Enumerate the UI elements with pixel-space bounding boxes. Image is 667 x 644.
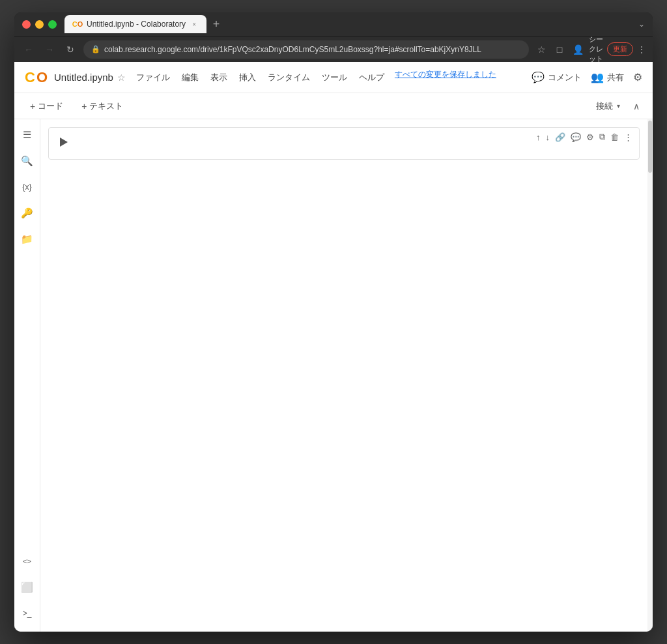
menu-edit[interactable]: 編集 bbox=[177, 69, 204, 86]
share-icon: 👥 bbox=[591, 71, 604, 83]
add-code-button[interactable]: + コード bbox=[25, 98, 68, 115]
back-button[interactable]: ← bbox=[21, 42, 36, 57]
cell-wrapper: ↑ ↓ 🔗 💬 ⚙ ⧉ 🗑 ⋮ bbox=[40, 124, 647, 162]
menu-insert[interactable]: 挿入 bbox=[234, 69, 261, 86]
save-status[interactable]: すべての変更を保存しました bbox=[395, 69, 496, 86]
title-bar-right: ⌄ bbox=[638, 20, 645, 29]
notebook-name[interactable]: Untitled.ipynb bbox=[54, 72, 113, 83]
comment-label: コメント bbox=[548, 72, 582, 83]
browser-menu-button[interactable]: ⋮ bbox=[637, 44, 646, 55]
favorite-icon[interactable]: ☆ bbox=[117, 72, 126, 83]
move-up-icon[interactable]: ↑ bbox=[535, 131, 542, 143]
code-cell[interactable]: ↑ ↓ 🔗 💬 ⚙ ⧉ 🗑 ⋮ bbox=[48, 127, 640, 160]
sidebar-item-toc[interactable]: ☰ bbox=[17, 124, 38, 145]
menu-file[interactable]: ファイル bbox=[131, 69, 175, 86]
notebook-title: Untitled.ipynb ☆ bbox=[54, 72, 126, 83]
sidebar-item-code-snippets[interactable]: <> bbox=[17, 551, 38, 572]
secret-label: シークレット bbox=[589, 35, 603, 64]
cell-toolbar: ↑ ↓ 🔗 💬 ⚙ ⧉ 🗑 ⋮ bbox=[535, 130, 634, 143]
share-button[interactable]: 👥 共有 bbox=[591, 71, 624, 83]
tab-favicon: CO bbox=[72, 19, 83, 29]
comment-icon: 💬 bbox=[532, 71, 545, 83]
tabs-area: CO Untitled.ipynb - Colaboratory × + bbox=[64, 15, 638, 33]
bookmark-icon[interactable]: ☆ bbox=[534, 44, 548, 55]
plus-code-icon: + bbox=[30, 101, 35, 111]
profile-icon[interactable]: 👤 bbox=[571, 44, 585, 55]
update-button[interactable]: 更新 bbox=[607, 42, 633, 56]
address-bar-right: ☆ □ 👤 シークレット 更新 ⋮ bbox=[534, 35, 646, 64]
connect-chevron-icon: ▾ bbox=[617, 102, 620, 110]
add-text-button[interactable]: + テキスト bbox=[76, 98, 128, 115]
tab-close-button[interactable]: × bbox=[190, 20, 199, 29]
toolbar-left: + コード + テキスト bbox=[25, 98, 128, 115]
sidebar-item-variables[interactable]: {x} bbox=[17, 177, 38, 198]
share-label: 共有 bbox=[607, 72, 624, 83]
toolbar-right: 接続 ▾ ∧ bbox=[591, 98, 642, 115]
window-menu-icon[interactable]: ⌄ bbox=[638, 20, 645, 29]
comment-cell-icon[interactable]: 💬 bbox=[569, 131, 582, 143]
more-options-icon[interactable]: ⋮ bbox=[623, 131, 634, 143]
address-bar: ← → ↻ 🔒 colab.research.google.com/drive/… bbox=[14, 36, 653, 62]
main-content: ☰ 🔍 {x} 🔑 📁 <> ⬜ >_ ↑ ↓ bbox=[14, 119, 653, 632]
menu-runtime[interactable]: ランタイム bbox=[263, 69, 315, 86]
add-text-label: テキスト bbox=[89, 100, 123, 112]
traffic-lights bbox=[22, 20, 57, 29]
comment-button[interactable]: 💬 コメント bbox=[532, 71, 582, 83]
refresh-button[interactable]: ↻ bbox=[63, 42, 78, 57]
new-tab-button[interactable]: + bbox=[208, 16, 225, 33]
cell-settings-icon[interactable]: ⚙ bbox=[585, 131, 595, 143]
forward-button[interactable]: → bbox=[42, 42, 57, 57]
left-sidebar: ☰ 🔍 {x} 🔑 📁 <> ⬜ >_ bbox=[14, 119, 40, 632]
sidebar-item-console[interactable]: >_ bbox=[17, 603, 38, 624]
active-tab[interactable]: CO Untitled.ipynb - Colaboratory × bbox=[64, 15, 206, 33]
lock-icon: 🔒 bbox=[91, 45, 100, 53]
sidebar-item-files[interactable]: 📁 bbox=[17, 229, 38, 250]
title-bar: CO Untitled.ipynb - Colaboratory × + ⌄ bbox=[14, 12, 653, 36]
tab-label: Untitled.ipynb - Colaboratory bbox=[87, 20, 186, 29]
notebook-area: ↑ ↓ 🔗 💬 ⚙ ⧉ 🗑 ⋮ bbox=[40, 119, 647, 632]
run-area bbox=[49, 128, 78, 156]
app-area: C O Untitled.ipynb ☆ ファイル 編集 表示 挿入 ランタイム… bbox=[14, 62, 653, 632]
app-menu: ファイル 編集 表示 挿入 ランタイム ツール ヘルプ すべての変更を保存しまし… bbox=[131, 69, 496, 86]
scroll-thumb[interactable] bbox=[648, 121, 652, 173]
right-scrollbar[interactable] bbox=[647, 119, 653, 632]
menu-view[interactable]: 表示 bbox=[205, 69, 233, 86]
delete-cell-icon[interactable]: 🗑 bbox=[609, 131, 620, 143]
url-bar[interactable]: 🔒 colab.research.google.com/drive/1kFpVQ… bbox=[83, 40, 529, 59]
run-cell-button[interactable] bbox=[54, 133, 72, 151]
add-code-label: コード bbox=[38, 100, 63, 112]
toolbar-row: + コード + テキスト 接続 ▾ ∧ bbox=[14, 93, 653, 119]
menu-tools[interactable]: ツール bbox=[317, 69, 352, 86]
close-window-button[interactable] bbox=[22, 20, 31, 29]
extension-icon[interactable]: □ bbox=[552, 44, 567, 55]
maximize-window-button[interactable] bbox=[48, 20, 57, 29]
sidebar-item-secrets[interactable]: 🔑 bbox=[17, 203, 38, 224]
connect-label: 接続 bbox=[596, 100, 613, 112]
run-triangle-icon bbox=[60, 138, 68, 147]
sidebar-item-search[interactable]: 🔍 bbox=[17, 151, 38, 171]
link-icon[interactable]: 🔗 bbox=[554, 131, 567, 143]
settings-icon[interactable]: ⚙ bbox=[633, 71, 642, 83]
move-down-icon[interactable]: ↓ bbox=[545, 131, 552, 143]
logo-c: C bbox=[25, 69, 35, 86]
app-topbar-right: 💬 コメント 👥 共有 ⚙ bbox=[532, 71, 642, 83]
plus-text-icon: + bbox=[81, 101, 87, 111]
minimize-window-button[interactable] bbox=[35, 20, 44, 29]
app-topbar: C O Untitled.ipynb ☆ ファイル 編集 表示 挿入 ランタイム… bbox=[14, 62, 653, 93]
logo-o: O bbox=[36, 69, 48, 86]
sidebar-item-terminal[interactable]: ⬜ bbox=[17, 577, 38, 598]
menu-help[interactable]: ヘルプ bbox=[354, 69, 390, 86]
url-text: colab.research.google.com/drive/1kFpVQsc… bbox=[104, 45, 481, 54]
copy-cell-icon[interactable]: ⧉ bbox=[598, 130, 606, 143]
connect-button[interactable]: 接続 ▾ bbox=[591, 98, 625, 115]
sidebar-bottom: <> ⬜ >_ bbox=[17, 551, 38, 632]
collapse-button[interactable]: ∧ bbox=[631, 98, 642, 114]
colab-logo: C O bbox=[25, 69, 48, 86]
